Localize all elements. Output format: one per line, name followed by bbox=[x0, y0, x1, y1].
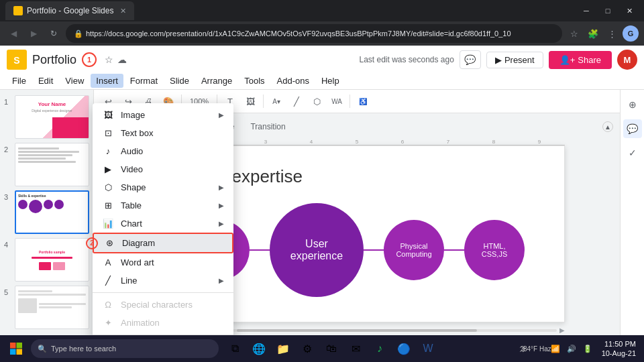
menu-item-audio[interactable]: ♪ Audio bbox=[93, 142, 233, 160]
maximize-button[interactable]: □ bbox=[598, 4, 617, 17]
special-chars-icon: Ω bbox=[102, 300, 114, 310]
menu-item-image[interactable]: 🖼 Image ▶ bbox=[93, 106, 233, 124]
network-icon[interactable]: 📶 bbox=[548, 341, 563, 356]
forward-button[interactable]: ▶ bbox=[25, 25, 42, 42]
slide-num-1: 1 bbox=[4, 98, 12, 106]
bookmark-icon[interactable]: ☆ bbox=[566, 25, 582, 42]
transition-button[interactable]: Transition bbox=[245, 120, 290, 133]
close-button[interactable]: ✕ bbox=[620, 4, 639, 17]
refresh-button[interactable]: ↻ bbox=[46, 25, 62, 42]
minimize-button[interactable]: ─ bbox=[577, 4, 596, 17]
clock-date: 10-Aug-21 bbox=[602, 349, 636, 358]
share-button[interactable]: 👤+ Share bbox=[549, 51, 612, 69]
taskbar-chrome[interactable]: 🔵 bbox=[393, 338, 415, 359]
menu-item-wordart[interactable]: A Word art bbox=[93, 253, 233, 272]
taskbar-word[interactable]: W bbox=[417, 338, 439, 359]
taskbar-store[interactable]: 🛍 bbox=[321, 338, 342, 359]
url-text: https://docs.google.com/presentation/d/1… bbox=[86, 29, 511, 38]
menu-edit[interactable]: Edit bbox=[33, 74, 58, 88]
word-art-button[interactable]: WA bbox=[328, 93, 345, 110]
extension-icon[interactable]: 🧩 bbox=[585, 25, 601, 42]
menu-insert[interactable]: Insert bbox=[91, 74, 123, 88]
menu-tools[interactable]: Tools bbox=[239, 74, 270, 88]
taskbar-file-explorer[interactable]: 📁 bbox=[272, 338, 294, 359]
clock[interactable]: 11:50 PM 10-Aug-21 bbox=[598, 339, 640, 359]
line-button[interactable]: ╱ bbox=[288, 93, 305, 110]
tab-close-icon[interactable]: ✕ bbox=[120, 7, 126, 15]
accessibility-button[interactable]: ♿ bbox=[354, 93, 372, 110]
taskbar-search[interactable]: 🔍 Type here to search bbox=[31, 339, 219, 358]
share-icon: 👤+ bbox=[559, 55, 576, 65]
slide-preview-5[interactable] bbox=[15, 286, 89, 329]
taskbar-settings[interactable]: ⚙ bbox=[297, 338, 318, 359]
slide-preview-2[interactable] bbox=[15, 143, 89, 186]
scroll-right-icon[interactable]: ▶ bbox=[559, 326, 565, 334]
mini-circle-2 bbox=[29, 200, 42, 213]
menu-item-diagram[interactable]: 2 ⊛ Diagram bbox=[93, 233, 233, 253]
slide-thumb-4[interactable]: 4 Portfolio sample bbox=[4, 238, 89, 282]
menu-item-chart[interactable]: 📊 Chart ▶ bbox=[93, 215, 233, 233]
shape-button[interactable]: ⬡ bbox=[308, 93, 325, 110]
svg-rect-5 bbox=[17, 349, 23, 355]
title-bar: Portfolio - Google Slides ✕ ─ □ ✕ bbox=[0, 0, 644, 21]
menu-item-textbox[interactable]: ⊡ Text box bbox=[93, 124, 233, 142]
mini-circle-1 bbox=[18, 200, 28, 209]
battery-icon[interactable]: 🔋 bbox=[580, 341, 595, 356]
separator-1 bbox=[93, 292, 233, 293]
user-avatar[interactable]: M bbox=[617, 50, 637, 70]
slide-preview-3[interactable]: Skills & expertise bbox=[15, 190, 89, 234]
slide-thumb-3[interactable]: 3 Skills & expertise bbox=[4, 190, 89, 234]
slide-thumb-1[interactable]: 1 Your Name Digital experience designer bbox=[4, 95, 89, 139]
menu-file[interactable]: File bbox=[7, 74, 32, 88]
back-button[interactable]: ◀ bbox=[5, 25, 21, 42]
slide-thumb-2[interactable]: 2 bbox=[4, 143, 89, 186]
slide-preview-4[interactable]: Portfolio sample bbox=[15, 238, 89, 282]
comment-button[interactable]: 💬 bbox=[460, 50, 481, 69]
taskbar-mail[interactable]: ✉ bbox=[345, 338, 366, 359]
menu-item-line[interactable]: ╱ Line ▶ bbox=[93, 272, 233, 290]
circle-physical-computing: PhysicalComputing bbox=[384, 220, 444, 280]
profile-avatar[interactable]: G bbox=[623, 25, 639, 42]
mini-circle-4 bbox=[54, 200, 64, 209]
background-color-button[interactable]: A▾ bbox=[268, 93, 285, 110]
menu-item-animation: ✦ Animation bbox=[93, 314, 233, 332]
settings-icon[interactable]: ⋮ bbox=[604, 25, 620, 42]
doc-title[interactable]: Portfolio bbox=[32, 53, 76, 67]
menu-format[interactable]: Format bbox=[125, 74, 163, 88]
star-icon[interactable]: ☆ bbox=[105, 54, 113, 65]
address-input[interactable]: 🔒 https://docs.google.com/presentation/d… bbox=[66, 24, 562, 43]
slide-thumb-5[interactable]: 5 bbox=[4, 286, 89, 329]
volume-icon[interactable]: 🔊 bbox=[564, 341, 579, 356]
slide-preview-1[interactable]: Your Name Digital experience designer bbox=[15, 95, 89, 139]
shape-label: Shape bbox=[121, 182, 146, 192]
slide-num-2: 2 bbox=[4, 145, 12, 154]
connector-3 bbox=[444, 249, 464, 251]
taskbar-spotify[interactable]: ♪ bbox=[369, 338, 390, 359]
menu-item-table[interactable]: ⊞ Table ▶ bbox=[93, 196, 233, 215]
explore-icon[interactable]: ⊕ bbox=[623, 95, 642, 114]
search-placeholder: Type here to search bbox=[51, 345, 116, 353]
tab-title: Portfolio - Google Slides bbox=[27, 6, 113, 15]
step2-circle: 2 bbox=[86, 237, 98, 249]
svg-rect-4 bbox=[10, 349, 16, 355]
taskbar-task-view[interactable]: ⧉ bbox=[224, 338, 246, 359]
insert-image-button[interactable]: 🖼 bbox=[241, 93, 259, 110]
browser-tab[interactable]: Portfolio - Google Slides ✕ bbox=[5, 1, 134, 20]
collapse-button[interactable]: ▲ bbox=[602, 121, 613, 132]
menu-arrange[interactable]: Arrange bbox=[196, 74, 237, 88]
chat-icon[interactable]: 💬 bbox=[623, 119, 642, 138]
menu-view[interactable]: View bbox=[60, 74, 89, 88]
animation-label: Animation bbox=[121, 318, 160, 328]
menu-item-shape[interactable]: ⬡ Shape ▶ bbox=[93, 178, 233, 196]
special-chars-label: Special characters bbox=[121, 300, 193, 310]
check-icon[interactable]: ✓ bbox=[623, 143, 642, 162]
menu-item-video[interactable]: ▶ Video bbox=[93, 160, 233, 178]
start-button[interactable] bbox=[4, 337, 28, 361]
taskbar-edge[interactable]: 🌐 bbox=[248, 338, 270, 359]
cloud-icon[interactable]: ☁ bbox=[117, 54, 127, 65]
menu-addons[interactable]: Add-ons bbox=[272, 74, 315, 88]
menu-slide[interactable]: Slide bbox=[164, 74, 195, 88]
menu-help[interactable]: Help bbox=[316, 74, 345, 88]
present-button[interactable]: ▶ Present bbox=[486, 52, 543, 68]
svg-rect-3 bbox=[17, 343, 23, 349]
